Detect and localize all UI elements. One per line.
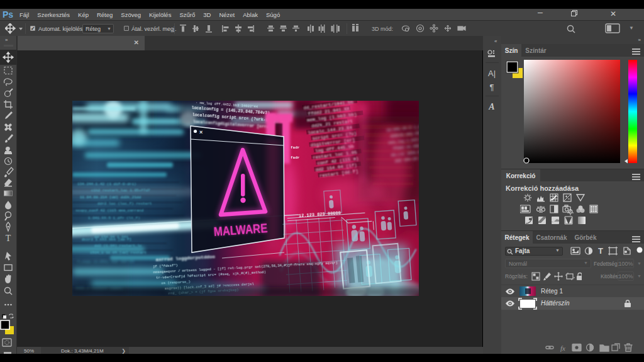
svg-text:¶: ¶ [490,82,494,92]
svg-text:c1b2 restart_loc 1.05+f7d7: c1b2 restart_loc 1.05+f7d7 [91,188,150,193]
svg-text:fx: fx [560,344,565,352]
svg-text:×: × [199,129,203,135]
svg-text:xcopy_conf 42 (115 mem_cmrrand: xcopy_conf 42 (115 mem_cmrrand [75,208,143,213]
svg-text:fadr: fadr [291,145,300,150]
svg-text:ddr2 loc (loc_f) restart: ddr2 loc (loc_f) restart [97,201,152,206]
svg-text:A: A [488,102,494,111]
svg-text:«: « [494,38,497,44]
svg-text:T: T [6,234,11,243]
svg-text:134.244.1.42 (1 dif-0-dri): 134.244.1.42 (1 dif-0-dri) [77,182,136,186]
svg-text:»: » [5,37,8,43]
svg-text:f_copy (1.041) dd2 154.04: f_copy (1.041) dd2 154.04 [77,259,134,264]
svg-text:A|: A| [488,69,496,78]
svg-text:11.04.08.214 [dd] dd2k_21dd: 11.04.08.214 [dd] dd2k_21dd [80,195,142,200]
svg-text:1.041.XX.5 1_dfr (lt_f): 1.041.XX.5 1_dfr (lt_f) [88,216,140,220]
svg-text:fadr: fadr [291,156,300,160]
svg-text:T: T [598,246,603,256]
svg-text:dd 154.04 1.041: dd 154.04 1.041 [94,235,128,239]
